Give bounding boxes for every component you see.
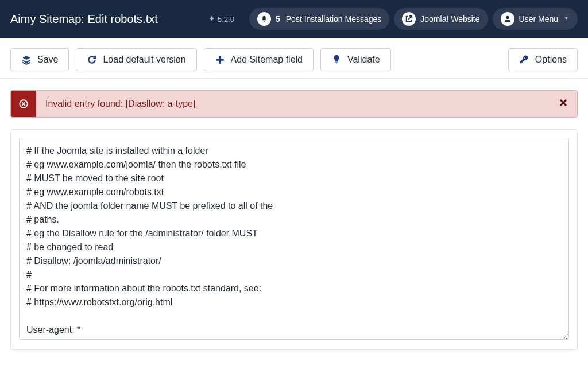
notifications-button[interactable]: 5 Post Installation Messages — [249, 8, 389, 30]
lightbulb-icon — [331, 55, 342, 65]
toolbar: Save Load default version Add Sitemap fi… — [0, 38, 588, 79]
notifications-count: 5 — [276, 14, 280, 24]
load-default-label: Load default version — [103, 55, 185, 65]
user-menu-button[interactable]: User Menu — [493, 8, 578, 30]
notifications-label: Post Installation Messages — [286, 14, 382, 24]
toolbar-spacer — [398, 48, 501, 71]
user-menu-label: User Menu — [519, 14, 558, 24]
bell-icon — [257, 12, 271, 26]
header: Aimy Sitemap: Edit robots.txt 5.2.0 5 Po… — [0, 0, 588, 38]
save-button[interactable]: Save — [10, 48, 69, 71]
validate-label: Validate — [347, 55, 380, 65]
robots-textarea[interactable] — [19, 138, 569, 340]
joomla-icon — [208, 15, 215, 24]
error-icon — [11, 91, 36, 117]
options-button[interactable]: Options — [508, 48, 578, 71]
content-area: Invalid entry found: [Diasllow: a-type] — [0, 79, 588, 361]
wrench-icon — [519, 55, 529, 65]
plus-icon — [215, 55, 225, 65]
website-label: Joomla! Website — [420, 14, 479, 24]
chevron-down-icon — [563, 14, 570, 24]
options-label: Options — [535, 55, 567, 65]
add-sitemap-button[interactable]: Add Sitemap field — [204, 48, 314, 71]
svg-point-0 — [506, 16, 509, 19]
save-icon — [21, 55, 32, 65]
user-icon — [501, 12, 514, 26]
website-button[interactable]: Joomla! Website — [394, 8, 488, 30]
page-title: Aimy Sitemap: Edit robots.txt — [10, 13, 208, 26]
save-label: Save — [37, 55, 58, 65]
external-link-icon — [402, 12, 416, 26]
alert-close-button[interactable] — [550, 91, 577, 117]
load-default-button[interactable]: Load default version — [76, 48, 196, 71]
validate-button[interactable]: Validate — [320, 48, 391, 71]
version-text: 5.2.0 — [218, 15, 234, 24]
error-alert: Invalid entry found: [Diasllow: a-type] — [10, 90, 578, 118]
refresh-icon — [87, 55, 97, 65]
add-sitemap-label: Add Sitemap field — [231, 55, 303, 65]
close-icon — [559, 98, 568, 110]
alert-message: Invalid entry found: [Diasllow: a-type] — [36, 91, 550, 117]
joomla-version: 5.2.0 — [208, 15, 234, 24]
editor-card — [10, 129, 578, 350]
